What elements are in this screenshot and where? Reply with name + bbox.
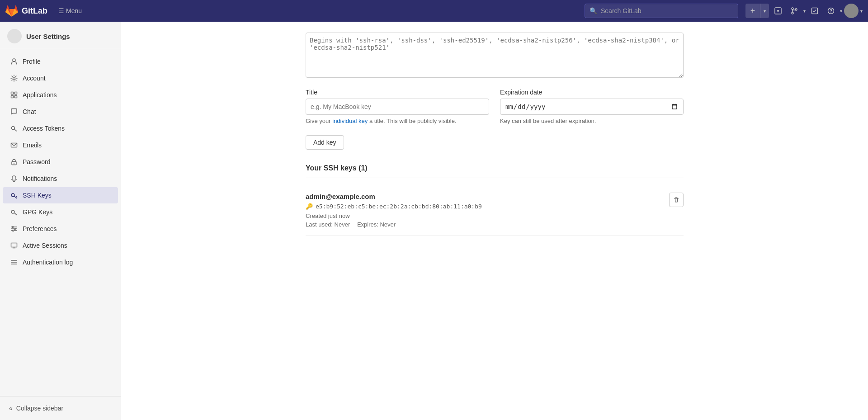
- issues-button[interactable]: [771, 4, 785, 18]
- sidebar-item-ssh-keys-label: SSH Keys: [23, 192, 52, 199]
- sidebar-item-applications-label: Applications: [23, 91, 57, 99]
- ssh-key-created: Created just now: [306, 212, 662, 219]
- sidebar-item-gpg-keys-label: GPG Keys: [23, 208, 52, 216]
- expires-value: Expires: Never: [357, 221, 396, 228]
- create-new-button[interactable]: +: [745, 4, 760, 18]
- lock-icon: [10, 158, 18, 166]
- expiration-date-input[interactable]: [500, 99, 684, 115]
- bell-icon: [10, 175, 18, 183]
- sidebar-item-chat-label: Chat: [23, 108, 36, 115]
- trash-icon: [673, 197, 679, 203]
- merge-requests-button[interactable]: [787, 4, 802, 18]
- key-icon: [10, 191, 18, 199]
- list-icon: [10, 258, 18, 266]
- svg-point-8: [13, 59, 15, 61]
- last-used-value: Last used: Never: [306, 221, 350, 228]
- main-content: Title Give your individual key a title. …: [121, 22, 868, 420]
- sidebar-header: User Settings: [0, 22, 121, 49]
- sidebar-item-password[interactable]: Password: [3, 154, 118, 170]
- form-group-expiration: Expiration date Key can still be used af…: [500, 89, 684, 124]
- sidebar-item-profile-label: Profile: [23, 58, 41, 65]
- help-dropdown-caret[interactable]: ▾: [840, 9, 842, 14]
- menu-label: Menu: [66, 7, 82, 14]
- sidebar-item-password-label: Password: [23, 158, 50, 165]
- sidebar-item-authentication-log[interactable]: Authentication log: [3, 254, 118, 270]
- key-gpg-icon: [10, 208, 18, 216]
- envelope-icon: [10, 141, 18, 149]
- gitlab-wordmark: GitLab: [22, 6, 47, 16]
- sidebar-item-ssh-keys[interactable]: SSH Keys: [3, 187, 118, 203]
- svg-point-9: [13, 77, 15, 80]
- title-input[interactable]: [306, 99, 489, 115]
- ssh-key-email: admin@example.com: [306, 193, 662, 200]
- ssh-keys-section-title: Your SSH keys (1): [306, 164, 684, 178]
- create-dropdown-button[interactable]: ▾: [760, 4, 769, 18]
- sidebar-item-emails-label: Emails: [23, 142, 42, 149]
- person-icon: [10, 57, 18, 66]
- sliders-icon: [10, 225, 18, 233]
- create-button-group: + ▾: [745, 4, 769, 18]
- sidebar-item-chat[interactable]: Chat: [3, 104, 118, 120]
- collapse-sidebar-button[interactable]: « Collapse sidebar: [7, 402, 113, 415]
- todos-button[interactable]: [807, 4, 822, 18]
- sidebar-item-profile[interactable]: Profile: [3, 53, 118, 70]
- sidebar: User Settings Profile Account Applicatio…: [0, 22, 121, 420]
- ssh-key-item: admin@example.com 🔑 e5:b9:52:eb:c5:be:ec…: [306, 185, 684, 236]
- svg-rect-11: [15, 92, 17, 94]
- gitlab-logo[interactable]: GitLab: [5, 5, 47, 17]
- sidebar-item-preferences[interactable]: Preferences: [3, 221, 118, 237]
- mr-dropdown-caret[interactable]: ▾: [803, 9, 806, 14]
- delete-ssh-key-button[interactable]: [669, 193, 684, 207]
- sidebar-nav: Profile Account Applications Chat: [0, 49, 121, 396]
- sidebar-item-access-tokens-label: Access Tokens: [23, 125, 65, 132]
- cog-icon: [10, 74, 18, 82]
- sidebar-item-gpg-keys[interactable]: GPG Keys: [3, 204, 118, 220]
- svg-point-25: [13, 230, 14, 231]
- individual-key-link[interactable]: individual key: [332, 118, 368, 124]
- menu-button[interactable]: ☰ Menu: [55, 5, 85, 16]
- sidebar-item-emails[interactable]: Emails: [3, 137, 118, 153]
- collapse-sidebar-label: Collapse sidebar: [16, 405, 63, 412]
- title-hint: Give your individual key a title. This w…: [306, 118, 489, 124]
- sidebar-item-access-tokens[interactable]: Access Tokens: [3, 120, 118, 137]
- ssh-key-textarea[interactable]: [306, 33, 684, 78]
- grid-icon: [10, 91, 18, 99]
- ssh-keys-section: Your SSH keys (1) admin@example.com 🔑 e5…: [306, 164, 684, 236]
- search-box[interactable]: 🔍: [585, 4, 738, 18]
- ssh-key-fingerprint: 🔑 e5:b9:52:eb:c5:be:ec:2b:2a:cb:bd:80:ab…: [306, 203, 662, 210]
- user-avatar-button[interactable]: [844, 4, 859, 18]
- svg-rect-12: [11, 96, 14, 98]
- sidebar-item-active-sessions[interactable]: Active Sessions: [3, 237, 118, 254]
- content-inner: Title Give your individual key a title. …: [291, 22, 698, 246]
- ssh-key-dates: Last used: Never Expires: Never: [306, 221, 662, 228]
- svg-rect-13: [15, 96, 17, 98]
- fingerprint-value: e5:b9:52:eb:c5:be:ec:2b:2a:cb:bd:80:ab:1…: [316, 203, 482, 210]
- top-navigation: GitLab ☰ Menu 🔍 + ▾ ▾ ▾ ▾: [0, 0, 868, 22]
- sidebar-item-notifications[interactable]: Notifications: [3, 170, 118, 187]
- search-input[interactable]: [601, 7, 733, 14]
- key-alt-icon: [10, 124, 18, 132]
- sidebar-item-preferences-label: Preferences: [23, 225, 57, 232]
- sidebar-item-account[interactable]: Account: [3, 70, 118, 86]
- sidebar-footer: « Collapse sidebar: [0, 396, 121, 420]
- svg-point-24: [14, 228, 16, 230]
- add-key-button[interactable]: Add key: [306, 135, 344, 150]
- form-row-title-expiry: Title Give your individual key a title. …: [306, 89, 684, 124]
- help-button[interactable]: [824, 4, 838, 18]
- svg-point-23: [12, 227, 14, 228]
- fingerprint-key-icon: 🔑: [306, 203, 313, 210]
- svg-point-7: [831, 12, 831, 13]
- sidebar-item-notifications-label: Notifications: [23, 175, 57, 182]
- sidebar-item-applications[interactable]: Applications: [3, 87, 118, 103]
- sidebar-item-authentication-log-label: Authentication log: [23, 259, 73, 266]
- form-group-title: Title Give your individual key a title. …: [306, 89, 489, 124]
- monitor-icon: [10, 241, 18, 250]
- svg-point-17: [14, 163, 14, 164]
- collapse-sidebar-icon: «: [9, 405, 13, 412]
- avatar-dropdown-caret[interactable]: ▾: [860, 9, 863, 14]
- ssh-key-info: admin@example.com 🔑 e5:b9:52:eb:c5:be:ec…: [306, 193, 662, 228]
- sidebar-item-active-sessions-label: Active Sessions: [23, 242, 67, 249]
- main-layout: User Settings Profile Account Applicatio…: [0, 22, 868, 420]
- sidebar-item-account-label: Account: [23, 75, 46, 82]
- expiration-label: Expiration date: [500, 89, 684, 96]
